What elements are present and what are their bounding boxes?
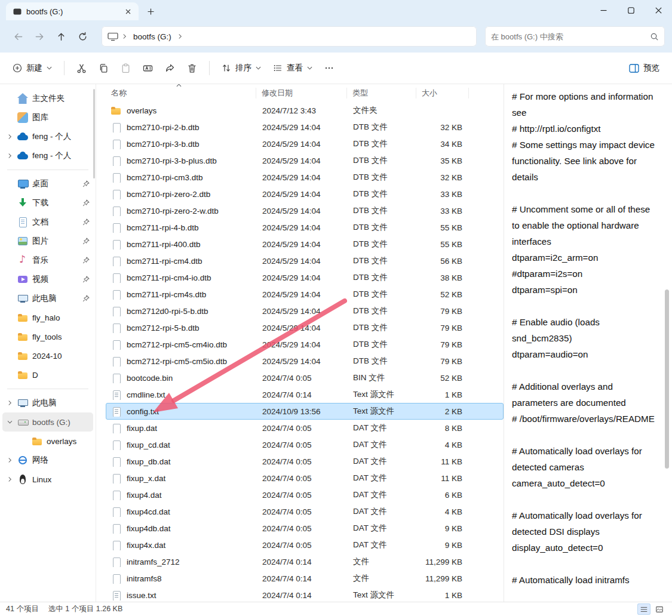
more-button[interactable] — [319, 58, 339, 78]
expand-chevron-icon[interactable] — [6, 400, 13, 406]
breadcrumb-chevron-icon[interactable] — [178, 33, 182, 39]
close-button[interactable] — [645, 0, 672, 20]
sidebar-item[interactable]: 桌面 — [2, 174, 93, 193]
expand-chevron-icon[interactable] — [6, 476, 13, 482]
expand-chevron-icon[interactable] — [6, 96, 13, 101]
expand-chevron-icon[interactable] — [6, 315, 13, 321]
table-row[interactable]: bcm2710-rpi-3-b-plus.dtb 2024/5/29 14:04… — [106, 152, 504, 169]
paste-button[interactable] — [115, 58, 136, 78]
table-row[interactable]: config.txt 2024/10/9 13:56 Text 源文件 2 KB — [106, 403, 504, 420]
preview-toggle-button[interactable]: 预览 — [624, 58, 665, 78]
column-header-date[interactable]: 修改日期 — [256, 88, 347, 98]
column-header-size[interactable]: 大小 — [416, 88, 469, 98]
back-button[interactable] — [7, 26, 29, 47]
table-row[interactable]: bcm2711-rpi-cm4.dtb 2024/5/29 14:04 DTB … — [106, 252, 504, 269]
table-row[interactable]: bootcode.bin 2024/7/4 0:05 BIN 文件 52 KB — [106, 369, 504, 386]
new-tab-button[interactable] — [142, 4, 159, 19]
sort-button[interactable]: 排序 — [216, 58, 266, 78]
expand-chevron-icon[interactable] — [6, 457, 13, 463]
sidebar-item[interactable]: bootfs (G:) — [2, 412, 93, 432]
table-row[interactable]: bcm2710-rpi-cm3.dtb 2024/5/29 14:04 DTB … — [106, 169, 504, 186]
search-input[interactable] — [491, 32, 650, 41]
table-row[interactable]: initramfs_2712 2024/7/4 0:14 文件 11,299 K… — [106, 553, 504, 570]
view-button[interactable]: 查看 — [268, 58, 318, 78]
expand-chevron-icon[interactable] — [6, 353, 13, 359]
expand-chevron-icon[interactable] — [6, 419, 13, 425]
expand-chevron-icon[interactable] — [6, 200, 13, 206]
sidebar-item[interactable] — [7, 389, 88, 389]
sidebar-item[interactable]: 音乐 — [2, 251, 93, 270]
table-row[interactable]: fixup4x.dat 2024/7/4 0:05 DAT 文件 9 KB — [106, 537, 504, 553]
table-row[interactable]: initramfs8 2024/7/4 0:14 文件 11,299 KB — [106, 570, 504, 587]
sidebar-item[interactable]: feng - 个人 — [2, 146, 93, 165]
sidebar-item[interactable]: 此电脑 — [2, 289, 93, 308]
sidebar-item[interactable]: 图片 — [2, 232, 93, 251]
thumbnail-view-button[interactable] — [653, 603, 666, 615]
table-row[interactable]: fixup.dat 2024/7/4 0:05 DAT 文件 8 KB — [106, 420, 504, 436]
expand-chevron-icon[interactable] — [6, 115, 13, 121]
tab-close-icon[interactable] — [122, 5, 134, 17]
expand-chevron-icon[interactable] — [6, 134, 13, 140]
share-button[interactable] — [159, 58, 180, 78]
expand-chevron-icon[interactable] — [6, 219, 13, 225]
table-row[interactable]: bcm2711-rpi-400.dtb 2024/5/29 14:04 DTB … — [106, 236, 504, 252]
search-icon[interactable] — [650, 32, 659, 41]
sidebar-item[interactable]: D — [2, 365, 93, 384]
expand-chevron-icon[interactable] — [6, 295, 13, 301]
table-row[interactable]: bcm2711-rpi-cm4-io.dtb 2024/5/29 14:04 D… — [106, 269, 504, 286]
sidebar-item[interactable]: fly_tools — [2, 327, 93, 346]
table-row[interactable]: cmdline.txt 2024/7/4 0:14 Text 源文件 1 KB — [106, 386, 504, 403]
maximize-button[interactable] — [617, 0, 645, 20]
table-row[interactable]: bcm2710-rpi-zero-2.dtb 2024/5/29 14:04 D… — [106, 186, 504, 202]
table-row[interactable]: bcm2711-rpi-4-b.dtb 2024/5/29 14:04 DTB … — [106, 219, 504, 236]
new-button[interactable]: 新建 — [7, 58, 57, 78]
sidebar-item[interactable]: fly_halo — [2, 308, 93, 327]
sidebar-scrollbar[interactable] — [93, 89, 95, 178]
minimize-button[interactable] — [590, 0, 617, 20]
preview-scrollbar[interactable] — [665, 289, 669, 469]
table-row[interactable]: fixup_db.dat 2024/7/4 0:05 DAT 文件 11 KB — [106, 453, 504, 470]
sidebar-item[interactable]: 网络 — [2, 451, 93, 470]
table-row[interactable]: bcm2711-rpi-cm4s.dtb 2024/5/29 14:04 DTB… — [106, 286, 504, 303]
table-row[interactable]: bcm2710-rpi-zero-2-w.dtb 2024/5/29 14:04… — [106, 202, 504, 219]
breadcrumb[interactable]: bootfs (G:) — [131, 30, 174, 43]
expand-chevron-icon[interactable] — [6, 238, 13, 244]
expand-chevron-icon[interactable] — [6, 153, 13, 159]
table-row[interactable]: fixup_x.dat 2024/7/4 0:05 DAT 文件 11 KB — [106, 470, 504, 486]
up-button[interactable] — [50, 26, 72, 47]
table-row[interactable]: bcm2710-rpi-2-b.dtb 2024/5/29 14:04 DTB … — [106, 119, 504, 135]
table-row[interactable]: fixup4cd.dat 2024/7/4 0:05 DAT 文件 4 KB — [106, 503, 504, 520]
address-bar[interactable]: bootfs (G:) — [102, 26, 477, 47]
forward-button[interactable] — [29, 26, 50, 47]
sidebar-item[interactable]: 图库 — [2, 108, 93, 127]
expand-chevron-icon[interactable] — [20, 438, 27, 444]
refresh-button[interactable] — [72, 26, 93, 47]
table-row[interactable]: fixup4db.dat 2024/7/4 0:05 DAT 文件 9 KB — [106, 520, 504, 537]
expand-chevron-icon[interactable] — [6, 372, 13, 378]
expand-chevron-icon[interactable] — [6, 181, 13, 187]
sidebar-item[interactable] — [7, 170, 88, 170]
cut-button[interactable] — [71, 58, 92, 78]
table-row[interactable]: overlays 2024/7/12 3:43 文件夹 — [106, 102, 504, 119]
expand-chevron-icon[interactable] — [6, 276, 13, 282]
table-row[interactable]: issue.txt 2024/7/4 0:14 Text 源文件 1 KB — [106, 587, 504, 602]
expand-chevron-icon[interactable] — [6, 257, 13, 263]
sidebar-item[interactable]: 下载 — [2, 193, 93, 212]
details-view-button[interactable] — [637, 603, 650, 615]
table-row[interactable]: bcm2710-rpi-3-b.dtb 2024/5/29 14:04 DTB … — [106, 135, 504, 152]
delete-button[interactable] — [182, 58, 202, 78]
search-box[interactable] — [485, 26, 665, 47]
table-row[interactable]: bcm2712-rpi-5-b.dtb 2024/5/29 14:04 DTB … — [106, 319, 504, 336]
sidebar-item[interactable]: 视频 — [2, 270, 93, 289]
column-header-name[interactable]: 名称 — [106, 88, 256, 98]
sidebar-item[interactable]: 2024-10 — [2, 346, 93, 365]
table-row[interactable]: fixup4.dat 2024/7/4 0:05 DAT 文件 6 KB — [106, 486, 504, 503]
sidebar-item[interactable]: feng - 个人 — [2, 127, 93, 146]
table-row[interactable]: bcm2712d0-rpi-5-b.dtb 2024/5/29 14:04 DT… — [106, 303, 504, 319]
sidebar-item[interactable]: 主文件夹 — [2, 89, 93, 108]
table-row[interactable]: fixup_cd.dat 2024/7/4 0:05 DAT 文件 4 KB — [106, 436, 504, 453]
explorer-tab[interactable]: bootfs (G:) — [6, 2, 139, 20]
rename-button[interactable] — [137, 58, 158, 78]
copy-button[interactable] — [93, 58, 114, 78]
sidebar-item[interactable]: 文档 — [2, 212, 93, 232]
